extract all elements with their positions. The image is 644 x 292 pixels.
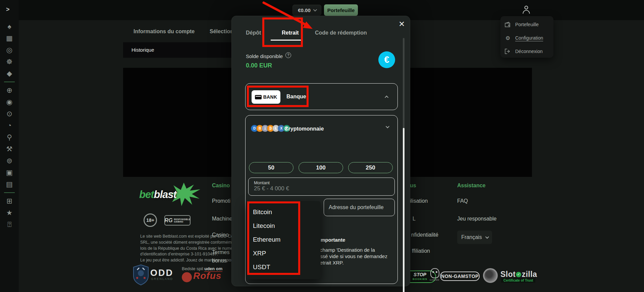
sidebar-nav-rail: > ♠▦◎☸◆⊕◉⊙◔⚲⚒⊚▣▤⊞★⍰	[0, 0, 19, 292]
vip-icon[interactable]: ★	[6, 209, 13, 216]
menu-item-wallet[interactable]: Portefeuille	[504, 19, 549, 30]
wallet-icon	[504, 22, 511, 27]
menu-item-logout[interactable]: Déconnexion	[504, 46, 549, 56]
chevron-up-icon	[385, 96, 388, 99]
available-balance-value: 0.00 EUR	[246, 62, 272, 69]
betslip-icon[interactable]: ▤	[6, 181, 13, 188]
language-select[interactable]: Français	[457, 231, 492, 244]
important-note-title: mportante	[321, 237, 345, 243]
note-line: ssé vide si vous ne demandez	[320, 253, 387, 259]
casino-cards-icon[interactable]: ♠	[7, 23, 11, 30]
user-icon[interactable]	[522, 5, 531, 14]
poker-chip-icon[interactable]: ◎	[6, 46, 12, 54]
history-label: Historique	[131, 47, 154, 53]
tab-selection[interactable]: Sélection	[210, 29, 233, 35]
menu-item-configuration[interactable]: ⚙ Configuration	[504, 33, 549, 43]
bank-accordion[interactable]: BANK Banque	[245, 83, 398, 110]
wallet-address-field	[324, 199, 395, 216]
balance-value: €0.00	[298, 7, 311, 13]
option-ethereum[interactable]: Ethereum	[253, 233, 321, 246]
wallet-address-input[interactable]	[324, 199, 394, 216]
darts-icon[interactable]: ⊚	[6, 157, 12, 164]
crypto-label[interactable]: Cryptomonnaie	[284, 126, 324, 132]
footer-link-affiliation[interactable]: ffiliation	[412, 248, 430, 254]
modal-scrollbar-thumb[interactable]	[403, 128, 405, 292]
wallet-button[interactable]: Portefeuille	[324, 4, 358, 16]
wheel-icon[interactable]: ☸	[6, 58, 13, 65]
amount-input[interactable]	[254, 185, 385, 192]
rofus-logo-text: Rofus	[193, 271, 221, 281]
owl-icon	[430, 268, 439, 278]
promotions-icon[interactable]: ⊞	[6, 197, 12, 205]
sidebar-divider	[4, 192, 15, 193]
owl-casino-label: CASINO	[430, 279, 439, 281]
slotozilla-emblem-icon	[483, 268, 498, 283]
bank-label: Banque	[286, 94, 306, 100]
check-circle-icon: ✓	[516, 272, 521, 277]
wallet-modal: Dépôt Retrait Code de rédemption × Solde…	[231, 16, 410, 286]
option-usdt[interactable]: USDT	[253, 260, 321, 274]
footer-link-casino[interactable]: Casino	[212, 232, 229, 238]
currency-options-panel: Bitcoin Litecoin Ethereum XRP USDT	[246, 201, 321, 279]
note-line: champ 'Destination de la	[320, 247, 375, 253]
odd-grenland-shield-logo	[133, 264, 149, 285]
age-18-badge: 18+	[144, 213, 157, 227]
amount-field: Montant	[248, 178, 395, 196]
footer-link-terms[interactable]: ilisation	[410, 198, 428, 204]
slotozilla-logo-text: Slot✓zilla	[500, 270, 537, 279]
account-menu: Portefeuille ⚙ Configuration Déconnexion	[500, 16, 553, 58]
sidebar-icons: ♠▦◎☸◆⊕◉⊙◔⚲⚒⊚▣▤⊞★⍰	[0, 23, 19, 228]
non-gamstop-badge: NON-GAMSTOP	[440, 272, 480, 281]
sidebar-divider	[4, 82, 15, 82]
chevron-down-icon	[313, 8, 317, 11]
live-events-icon[interactable]: ◉	[6, 98, 12, 106]
close-icon[interactable]: ×	[399, 19, 405, 29]
sidebar-expand-chevron[interactable]: >	[6, 6, 10, 13]
footer-link-responsible-gaming[interactable]: Jeu responsable	[457, 216, 496, 222]
modal-tab-redemption-code[interactable]: Code de rédemption	[315, 30, 367, 36]
footer-col-about-header: us	[410, 183, 416, 189]
footer-col-assistance-header: Assistance	[457, 183, 486, 189]
footer-link-machines[interactable]: Machine	[212, 216, 232, 222]
brand-wordmark: betblast	[139, 189, 176, 201]
help-icon[interactable]: ?	[285, 52, 291, 58]
gems-icon[interactable]: ◆	[7, 70, 12, 77]
footer-link-faq[interactable]: FAQ	[457, 198, 468, 204]
odd-logo-text: ODD	[150, 268, 173, 278]
modal-tab-deposit[interactable]: Dépôt	[246, 30, 261, 36]
modal-tab-withdraw[interactable]: Retrait	[282, 30, 299, 36]
quick-amount-50[interactable]: 50	[249, 162, 293, 173]
basketball-icon[interactable]: ◔	[7, 122, 12, 129]
betblast-logo[interactable]: betblast	[139, 185, 201, 204]
gear-icon: ⚙	[504, 35, 511, 41]
tennis-icon[interactable]: ⚲	[7, 134, 12, 141]
option-bitcoin[interactable]: Bitcoin	[253, 205, 321, 219]
responsible-gaming-badge: RG RESPONSIBLEGAMING	[164, 215, 191, 226]
soccer-icon[interactable]: ⊙	[6, 110, 12, 117]
chevron-down-icon	[386, 125, 389, 128]
tab-account-info[interactable]: Informations du compte	[133, 29, 195, 35]
active-tab-underline	[271, 40, 302, 41]
chevron-down-icon	[485, 235, 489, 239]
footer-link-promotions[interactable]: Promoti	[212, 198, 230, 204]
odd-logo-subtext: GRENLAND	[151, 277, 173, 281]
footer-link-privacy[interactable]: nfidentialité	[411, 232, 438, 238]
available-balance-label: Solde disponible	[246, 53, 283, 59]
option-xrp[interactable]: XRP	[253, 246, 321, 260]
option-litecoin[interactable]: Litecoin	[253, 219, 321, 233]
balance-dropdown[interactable]: €0.00	[292, 5, 321, 15]
credit-card-icon	[255, 95, 262, 99]
note-line: etrait XRP.	[320, 260, 344, 265]
slots-icon[interactable]: ▦	[6, 35, 13, 42]
slotozilla-certificate-label: Certificate of Trust	[501, 278, 535, 283]
sports-icon[interactable]: ⊕	[6, 87, 12, 94]
quick-amount-100[interactable]: 100	[299, 162, 343, 173]
quick-amount-250[interactable]: 250	[348, 162, 393, 173]
logout-icon	[504, 49, 511, 54]
bank-badge: BANK	[252, 90, 280, 104]
cricket-icon[interactable]: ⚒	[6, 145, 13, 153]
support-chat-icon[interactable]: ⍰	[7, 221, 12, 228]
esports-icon[interactable]: ▣	[6, 169, 13, 176]
footer-link-aml[interactable]: L	[413, 216, 416, 222]
amount-label: Montant	[254, 180, 394, 185]
